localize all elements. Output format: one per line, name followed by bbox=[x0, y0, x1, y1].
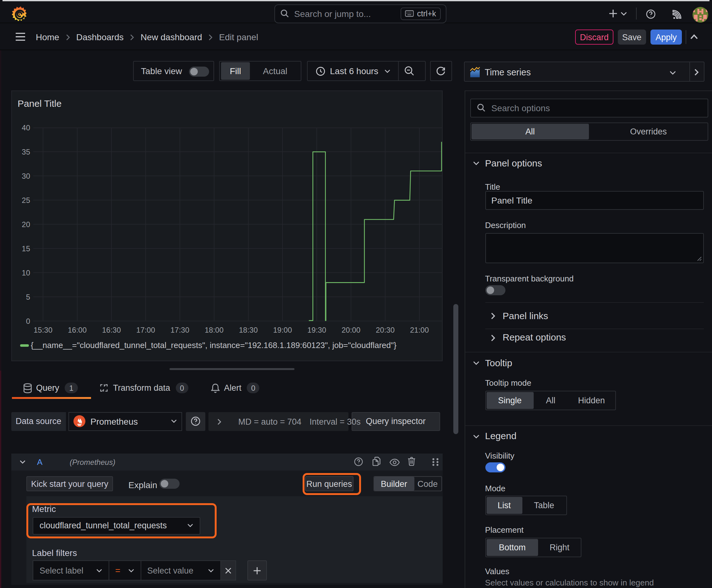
svg-text:15:30: 15:30 bbox=[33, 326, 52, 334]
svg-text:18:00: 18:00 bbox=[204, 326, 223, 334]
svg-text:19:30: 19:30 bbox=[307, 326, 326, 334]
svg-text:17:30: 17:30 bbox=[170, 326, 189, 334]
svg-text:17:00: 17:00 bbox=[136, 326, 155, 334]
svg-text:30: 30 bbox=[21, 171, 30, 180]
svg-text:18:30: 18:30 bbox=[239, 326, 257, 334]
svg-text:20:00: 20:00 bbox=[341, 326, 360, 334]
svg-text:5: 5 bbox=[26, 292, 30, 301]
svg-text:20: 20 bbox=[21, 220, 30, 228]
svg-text:15: 15 bbox=[21, 244, 30, 253]
svg-text:16:00: 16:00 bbox=[67, 326, 86, 334]
svg-text:16:30: 16:30 bbox=[102, 326, 121, 334]
svg-text:20:30: 20:30 bbox=[375, 326, 394, 334]
svg-text:21:00: 21:00 bbox=[410, 326, 429, 334]
svg-text:19:00: 19:00 bbox=[273, 326, 292, 334]
svg-text:35: 35 bbox=[21, 147, 30, 156]
svg-text:40: 40 bbox=[21, 123, 30, 132]
svg-text:25: 25 bbox=[21, 196, 30, 204]
svg-text:0: 0 bbox=[26, 317, 30, 325]
svg-text:10: 10 bbox=[21, 268, 30, 277]
